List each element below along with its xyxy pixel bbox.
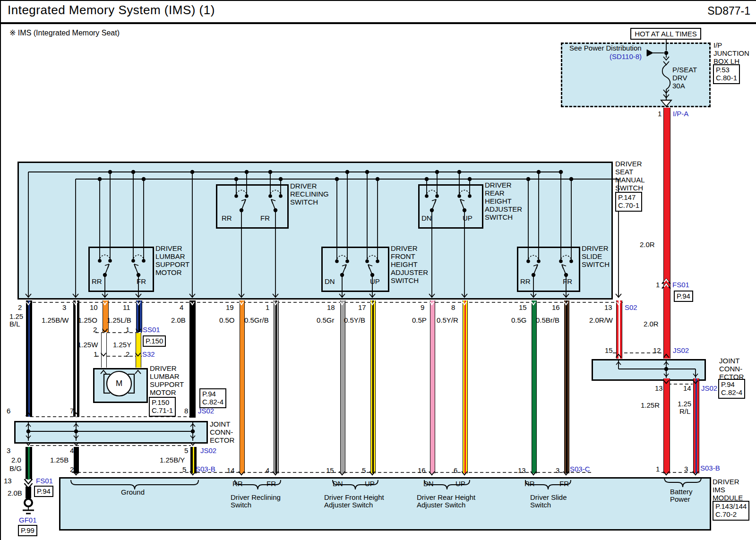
switches-reclining-name-0-label: DRIVER bbox=[290, 182, 317, 190]
power-junction-0-label: I/P bbox=[713, 42, 722, 49]
switches-slide-name-1-label: SLIDE bbox=[582, 253, 602, 260]
row-w4-label: 1.25L/B bbox=[107, 317, 131, 324]
module-s03b-label: S03-B bbox=[196, 465, 215, 473]
switches-rear-name-0-label: DRIVER bbox=[485, 181, 512, 189]
wire-0-5-grb bbox=[274, 300, 279, 473]
seat_switch-name-0-label: DRIVER bbox=[615, 160, 642, 168]
power-fuse-0-label: P/SEAT bbox=[672, 66, 697, 74]
switches-slide-name-2-label: SWITCH bbox=[582, 261, 610, 268]
module-ground-label: Ground bbox=[121, 489, 145, 496]
module-front-name-1-label: Adjuster Switch bbox=[324, 501, 373, 509]
module-recl-l1-label: RR bbox=[232, 480, 243, 488]
right-joint-connector-box bbox=[592, 359, 706, 381]
module-rear-name-0-label: Driver Rear Height bbox=[417, 494, 475, 501]
power-pin-label: 1 bbox=[658, 110, 662, 118]
row-p9-label: 17 bbox=[358, 304, 366, 311]
jref-ref-0: P.94 bbox=[202, 390, 223, 398]
module-name-0-label: DRIVER bbox=[713, 478, 739, 486]
motor-name-1-label: LUMBAR bbox=[150, 373, 180, 380]
module-mp2-label: 2 bbox=[70, 466, 74, 473]
header-note-label: ※ IMS (Integrated Memory Seat) bbox=[9, 29, 120, 37]
module-batt-p2-label: 3 bbox=[684, 465, 688, 473]
rjc-ref-1: C.82-4 bbox=[721, 388, 742, 396]
header-divider bbox=[1, 22, 756, 24]
ljc-p4-label: 4 bbox=[70, 447, 74, 454]
switches-reclining-l-label: RR bbox=[222, 214, 232, 222]
rjc-p12-label: 12 bbox=[653, 347, 661, 354]
switches-rear-name-2-label: HEIGHT bbox=[485, 197, 512, 205]
arrow-icon bbox=[616, 294, 621, 297]
row-p8-label: 18 bbox=[327, 304, 335, 311]
ljc-p6-label: 6 bbox=[7, 407, 10, 415]
module-batt-p1-label: 1 bbox=[656, 465, 660, 473]
module-rear-l1-label: DN bbox=[423, 480, 434, 488]
wire-2-0-rw bbox=[616, 300, 622, 359]
row-p7-label: 1 bbox=[266, 304, 269, 311]
jref-pin-label: 8 bbox=[184, 407, 188, 415]
row-w14-label: 2.0R/W bbox=[589, 317, 613, 324]
rjc-w1-label: 1.25R bbox=[641, 402, 660, 409]
switches-lumbar-name-2-label: SUPPORT bbox=[155, 261, 189, 268]
row-p13-label: 16 bbox=[552, 304, 560, 311]
row-w9-label: 0.5Y/B bbox=[344, 317, 365, 324]
module-slide-p2-label: 3 bbox=[556, 467, 559, 474]
ljc-label-label: JS02 bbox=[200, 447, 216, 454]
module-rear-l2-label: UP bbox=[455, 480, 465, 488]
rfs-w_lower-label: 2.0R bbox=[644, 320, 659, 328]
module-rear-p2-label: 6 bbox=[454, 467, 457, 474]
switches-lumbar-name-3-label: MOTOR bbox=[155, 269, 182, 276]
arrow-icon bbox=[25, 479, 33, 484]
reference-box: P.94 bbox=[674, 291, 693, 302]
module-slide-p1-label: 13 bbox=[518, 467, 526, 474]
switches-lumbar-r-label: FR bbox=[137, 278, 146, 285]
ljc-p3-label: 3 bbox=[7, 447, 10, 454]
ljc-w3-label: 1.25B/Y bbox=[160, 456, 185, 464]
switches-reclining-r-label: FR bbox=[260, 214, 270, 222]
row-w1a-label: 1.25 bbox=[9, 313, 23, 320]
row-p3-label: 10 bbox=[90, 304, 98, 311]
module-slide-name-0-label: Driver Slide bbox=[530, 494, 567, 501]
rfs-label-label: FS01 bbox=[672, 281, 689, 289]
module-name-1-label: IMS bbox=[713, 486, 725, 494]
row-w6-label: 0.5O bbox=[219, 317, 235, 324]
row-conn-label: S02 bbox=[625, 304, 637, 311]
wire-0-5-yr bbox=[463, 300, 468, 473]
reference-box: P.150C.71-1 bbox=[149, 397, 176, 417]
row-p11-label: 8 bbox=[451, 304, 455, 311]
module-batt-name-0-label: Battery bbox=[670, 488, 693, 496]
ljc-name-2-label: ECTOR bbox=[210, 437, 234, 444]
power-fuse-1-label: DRV bbox=[672, 74, 687, 82]
row-p12-label: 15 bbox=[519, 304, 527, 311]
module-front-p1-label: 15 bbox=[326, 467, 334, 474]
module-rear-name-1-label: Adjuster Switch bbox=[417, 501, 465, 509]
row-p10-label: 9 bbox=[421, 304, 424, 311]
ljc-name-1-label: CONN- bbox=[210, 429, 233, 436]
wire-1-25-b bbox=[74, 447, 79, 473]
row-w11-label: 0.5Y/R bbox=[437, 317, 458, 324]
row-w1b-label: B/L bbox=[9, 320, 20, 328]
module-slide-l2-label: FR bbox=[559, 480, 569, 488]
switches-front-name-3-label: ADJUSTER bbox=[391, 269, 428, 276]
page-code: SD877-1 bbox=[707, 5, 750, 17]
module-slide-l1-label: RR bbox=[524, 480, 535, 488]
power-junction_ref-0: P.53 bbox=[716, 66, 737, 74]
ss01-pr-label: 1 bbox=[126, 326, 129, 334]
ljc-w2-label: 1.25B bbox=[50, 456, 69, 464]
rjc-bottom_label-label: JS02 bbox=[701, 385, 717, 392]
switches-rear-name-3-label: ADJUSTER bbox=[485, 206, 522, 213]
row-w7-label: 0.5Gr/B bbox=[244, 317, 269, 324]
module-recl-l2-label: FR bbox=[266, 480, 276, 488]
switches-front-l-label: DN bbox=[325, 278, 335, 285]
row-w13-label: 0.5Br/B bbox=[536, 317, 559, 324]
switches-lumbar-name-0-label: DRIVER bbox=[155, 245, 182, 252]
motor-name-0-label: DRIVER bbox=[150, 365, 177, 372]
module-recl-p1-label: 14 bbox=[227, 467, 235, 474]
jref-ref-1: C.82-4 bbox=[202, 398, 223, 406]
wire-1-25-r bbox=[663, 378, 670, 473]
module-rear-p1-label: 16 bbox=[418, 467, 426, 474]
wire-0-5-yb bbox=[370, 300, 376, 473]
motor-m-label: M bbox=[116, 379, 122, 388]
wire-2-0-r bbox=[663, 108, 670, 359]
rfs-pin-label: 1 bbox=[656, 281, 660, 289]
s32-pr-label: 2 bbox=[126, 351, 129, 358]
